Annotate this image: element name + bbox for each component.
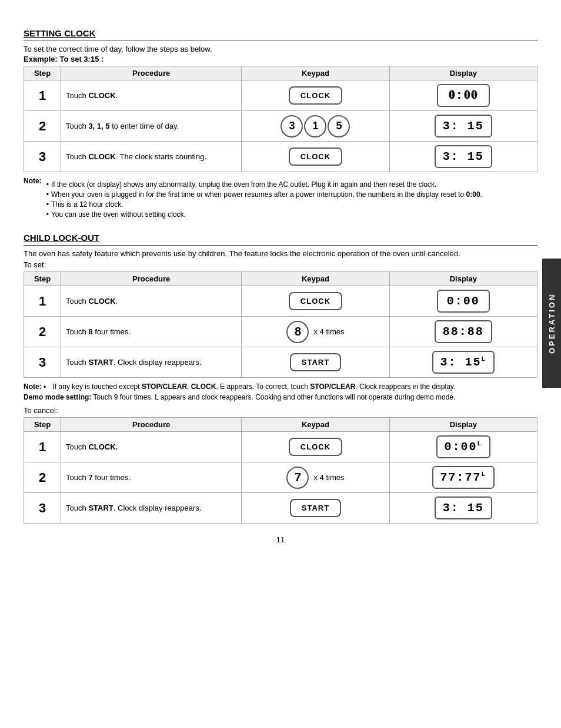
display-cell: 0:00 bbox=[389, 286, 537, 317]
lcd-display: 77:77L bbox=[432, 466, 495, 489]
table-row: 3 Touch START. Clock display reappears. … bbox=[24, 347, 537, 378]
col-keypad: Keypad bbox=[242, 66, 389, 80]
keypad-cell: 7 x 4 times bbox=[242, 462, 389, 493]
start-button[interactable]: START bbox=[290, 353, 341, 371]
keypad-cell: CLOCK bbox=[242, 286, 389, 317]
to-cancel-label: To cancel: bbox=[24, 406, 537, 415]
lcd-display: 3: 15 bbox=[435, 496, 492, 519]
keypad-cell: CLOCK bbox=[242, 80, 389, 111]
lcd-display: 3: 15 bbox=[435, 145, 492, 168]
lcd-display: 3: 15 bbox=[435, 115, 492, 137]
table-row: 1 Touch CLOCK. CLOCK 0:00 bbox=[24, 286, 537, 317]
child-lock-notes: Note: • If any key is touched except STO… bbox=[24, 383, 537, 401]
display-cell: 0:00L bbox=[389, 432, 537, 462]
display-cell: 3: 15 bbox=[389, 111, 537, 142]
lcd-display: 0:00L bbox=[436, 435, 491, 458]
procedure-cell: Touch CLOCK. The clock starts counting. bbox=[61, 142, 242, 172]
page-number: 11 bbox=[24, 535, 537, 544]
display-cell: 88:88 bbox=[389, 317, 537, 347]
step-number: 2 bbox=[24, 462, 61, 493]
lcd-display: 3: 15L bbox=[432, 351, 495, 374]
setting-clock-section: SETTING CLOCK To set the correct time of… bbox=[24, 28, 537, 222]
keypad-cell: START bbox=[242, 347, 389, 378]
example-line: Example: To set 3:15 : bbox=[24, 55, 537, 63]
col-step: Step bbox=[24, 66, 61, 80]
keypad-cell: CLOCK bbox=[242, 432, 389, 462]
start-button[interactable]: START bbox=[290, 499, 341, 517]
table-row: 1 Touch CLOCK. CLOCK 𝟎:𝟎𝟎 bbox=[24, 80, 537, 111]
table-row: 2 Touch 7 four times. 7 x 4 times 77:77L bbox=[24, 462, 537, 493]
child-lock-out-section: CHILD LOCK-OUT The oven has safety featu… bbox=[24, 233, 537, 524]
col-step: Step bbox=[24, 272, 61, 286]
table-row: 2 Touch 3, 1, 5 to enter time of day. 3 … bbox=[24, 111, 537, 142]
key-8[interactable]: 8 bbox=[286, 321, 309, 343]
key-1[interactable]: 1 bbox=[304, 115, 326, 137]
table-row: 3 Touch START. Clock display reappears. … bbox=[24, 493, 537, 524]
procedure-cell: Touch 8 four times. bbox=[61, 317, 242, 347]
child-lock-intro: The oven has safety feature which preven… bbox=[24, 249, 537, 258]
setting-clock-notes: Note: •If the clock (or display) shows a… bbox=[24, 177, 537, 222]
keypad-cell: START bbox=[242, 493, 389, 524]
col-procedure: Procedure bbox=[61, 66, 242, 80]
setting-clock-title: SETTING CLOCK bbox=[24, 28, 537, 38]
keypad-circles: 3 1 5 bbox=[246, 115, 384, 137]
step-number: 2 bbox=[24, 317, 61, 347]
lcd-display: 0:00 bbox=[437, 290, 490, 313]
clock-button[interactable]: CLOCK bbox=[289, 438, 342, 456]
keypad-with-count: 8 x 4 times bbox=[246, 321, 384, 343]
procedure-cell: Touch CLOCK. bbox=[61, 286, 242, 317]
keypad-cell: CLOCK bbox=[242, 142, 389, 172]
count-label: x 4 times bbox=[313, 327, 344, 336]
lcd-display: 𝟎:𝟎𝟎 bbox=[437, 84, 490, 107]
display-cell: 3: 15 bbox=[389, 493, 537, 524]
demo-mode-line: Demo mode setting: Touch 9 four times. L… bbox=[24, 393, 537, 401]
keypad-cell: 8 x 4 times bbox=[242, 317, 389, 347]
keypad-with-count: 7 x 4 times bbox=[246, 467, 384, 489]
key-7[interactable]: 7 bbox=[286, 467, 309, 489]
display-cell: 𝟎:𝟎𝟎 bbox=[389, 80, 537, 111]
keypad-cell: 3 1 5 bbox=[242, 111, 389, 142]
step-number: 3 bbox=[24, 347, 61, 378]
col-procedure: Procedure bbox=[61, 418, 242, 432]
key-3[interactable]: 3 bbox=[280, 115, 303, 137]
table-row: 1 Touch CLOCK. CLOCK 0:00L bbox=[24, 432, 537, 462]
to-set-label: To set: bbox=[24, 260, 537, 269]
col-keypad: Keypad bbox=[242, 272, 389, 286]
display-cell: 3: 15 bbox=[389, 142, 537, 172]
clock-button[interactable]: CLOCK bbox=[289, 292, 342, 310]
clock-button[interactable]: CLOCK bbox=[289, 86, 342, 105]
step-number: 1 bbox=[24, 432, 61, 462]
procedure-cell: Touch CLOCK. bbox=[61, 432, 242, 462]
step-number: 1 bbox=[24, 286, 61, 317]
procedure-cell: Touch START. Clock display reappears. bbox=[61, 493, 242, 524]
col-keypad: Keypad bbox=[242, 418, 389, 432]
col-display: Display bbox=[389, 66, 537, 80]
child-lock-cancel-table: Step Procedure Keypad Display 1 Touch CL… bbox=[24, 417, 537, 524]
step-number: 3 bbox=[24, 142, 61, 172]
clock-button[interactable]: CLOCK bbox=[289, 147, 342, 166]
procedure-cell: Touch START. Clock display reappears. bbox=[61, 347, 242, 378]
side-tab-label: OPERATION bbox=[547, 293, 556, 353]
child-lock-set-table: Step Procedure Keypad Display 1 Touch CL… bbox=[24, 271, 537, 378]
procedure-cell: Touch 3, 1, 5 to enter time of day. bbox=[61, 111, 242, 142]
count-label: x 4 times bbox=[313, 473, 344, 482]
col-procedure: Procedure bbox=[61, 272, 242, 286]
setting-clock-divider bbox=[24, 41, 537, 41]
step-number: 2 bbox=[24, 111, 61, 142]
child-lock-divider bbox=[24, 245, 537, 246]
step-number: 1 bbox=[24, 80, 61, 111]
col-step: Step bbox=[24, 418, 61, 432]
key-5[interactable]: 5 bbox=[328, 115, 350, 137]
procedure-cell: Touch 7 four times. bbox=[61, 462, 242, 493]
display-cell: 3: 15L bbox=[389, 347, 537, 378]
child-lock-title: CHILD LOCK-OUT bbox=[24, 233, 537, 243]
table-row: 2 Touch 8 four times. 8 x 4 times 88:88 bbox=[24, 317, 537, 347]
table-row: 3 Touch CLOCK. The clock starts counting… bbox=[24, 142, 537, 172]
operation-side-tab: OPERATION bbox=[542, 259, 561, 388]
lcd-display: 88:88 bbox=[435, 320, 492, 343]
procedure-cell: Touch CLOCK. bbox=[61, 80, 242, 111]
setting-clock-intro: To set the correct time of day, follow t… bbox=[24, 45, 537, 53]
col-display: Display bbox=[389, 272, 537, 286]
col-display: Display bbox=[389, 418, 537, 432]
setting-clock-table: Step Procedure Keypad Display 1 Touch CL… bbox=[24, 66, 537, 172]
